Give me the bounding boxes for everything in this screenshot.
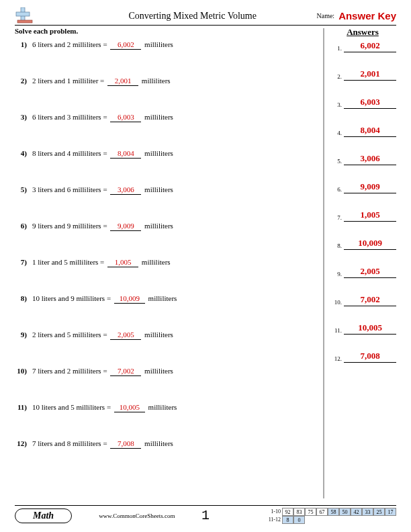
answer-value: 9,009 — [344, 181, 396, 193]
problem-row: 4)8 liters and 4 milliliters = 8,004 mil… — [15, 149, 321, 159]
problem-row: 11)10 liters and 5 milliliters = 10,005 … — [15, 403, 321, 412]
answer-index: 5. — [333, 158, 344, 165]
answer-index: 3. — [333, 101, 344, 109]
instruction-row: Solve each problem. Answers — [15, 27, 396, 38]
problem-row: 2)2 liters and 1 milliliter = 2,001 mill… — [15, 77, 321, 86]
score-cell: 42 — [351, 508, 362, 516]
problem-row: 9)2 liters and 5 milliliters = 2,005 mil… — [15, 330, 321, 340]
score-cell: 11-12 — [266, 516, 282, 524]
answer-row: 1.6,002 — [333, 40, 396, 52]
score-cell: 92 — [282, 508, 293, 516]
content-area: 1)6 liters and 2 milliliters = 6,002 mil… — [15, 40, 396, 476]
problem-text: 2 liters and 1 milliliter = 2,001 millil… — [32, 77, 171, 86]
answer-blank: 1,005 — [107, 258, 138, 267]
page-number: 1 — [201, 508, 210, 523]
problem-text: 10 liters and 5 milliliters = 10,005 mil… — [32, 403, 177, 412]
answer-row: 4.8,004 — [333, 125, 396, 137]
problem-row: 8)10 liters and 9 milliliters = 10,009 m… — [15, 294, 321, 304]
problem-text: 9 liters and 9 milliliters = 9,009 milli… — [32, 222, 173, 231]
score-cell: 25 — [373, 508, 385, 516]
score-cell: 1-10 — [266, 508, 282, 516]
problem-number: 7) — [15, 258, 32, 266]
problem-row: 12)7 liters and 8 milliliters = 7,008 mi… — [15, 439, 321, 449]
problem-number: 11) — [15, 403, 32, 411]
name-label: Name: — [316, 12, 334, 19]
answers-heading: Answers — [329, 27, 396, 38]
problem-text: 7 liters and 8 milliliters = 7,008 milli… — [32, 439, 173, 449]
problem-text: 7 liters and 2 milliliters = 7,002 milli… — [32, 367, 173, 376]
problems-column: 1)6 liters and 2 milliliters = 6,002 mil… — [15, 40, 329, 476]
answer-value: 6,002 — [344, 40, 396, 52]
answer-blank: 2,005 — [110, 330, 141, 340]
score-cell: 33 — [362, 508, 373, 516]
problem-number: 9) — [15, 330, 32, 339]
answer-value: 10,009 — [344, 238, 396, 250]
answer-row: 12.7,008 — [333, 351, 396, 363]
answer-index: 1. — [333, 45, 344, 52]
problem-number: 4) — [15, 149, 32, 157]
score-cell: 58 — [328, 508, 339, 516]
answer-blank: 7,008 — [110, 439, 141, 449]
problem-number: 12) — [15, 439, 32, 447]
problem-row: 6)9 liters and 9 milliliters = 9,009 mil… — [15, 222, 321, 231]
answer-row: 6.9,009 — [333, 181, 396, 193]
answer-blank: 10,005 — [114, 403, 145, 412]
instructions-text: Solve each problem. — [15, 27, 329, 38]
score-cell: 17 — [385, 508, 396, 516]
problem-number: 8) — [15, 294, 32, 302]
answer-blank: 6,002 — [110, 40, 141, 50]
answer-value: 8,004 — [344, 125, 396, 137]
answer-index: 9. — [333, 271, 344, 278]
answer-value: 7,002 — [344, 294, 396, 306]
score-cell: 0 — [293, 516, 305, 524]
logo-icon — [15, 7, 35, 25]
score-cell: 67 — [316, 508, 328, 516]
answer-index: 12. — [333, 355, 344, 363]
header: Converting Mixed Metric Volume Name: Ans… — [15, 8, 396, 26]
answer-value: 7,008 — [344, 351, 396, 363]
problem-row: 7)1 liter and 5 milliliters = 1,005 mill… — [15, 258, 321, 267]
svg-rect-1 — [16, 12, 30, 16]
worksheet-page: Converting Mixed Metric Volume Name: Ans… — [0, 0, 411, 532]
problem-text: 8 liters and 4 milliliters = 8,004 milli… — [32, 149, 173, 159]
answers-column: 1.6,0022.2,0013.6,0034.8,0045.3,0066.9,0… — [329, 40, 396, 476]
problem-text: 10 liters and 9 milliliters = 10,009 mil… — [32, 294, 177, 304]
answer-blank: 2,001 — [107, 77, 138, 86]
answer-index: 10. — [333, 299, 344, 306]
problem-row: 3)6 liters and 3 milliliters = 6,003 mil… — [15, 113, 321, 122]
answer-blank: 3,006 — [110, 185, 141, 195]
answer-row: 8.10,009 — [333, 238, 396, 250]
problem-number: 3) — [15, 113, 32, 121]
score-cell: 50 — [339, 508, 351, 516]
score-cell: 8 — [282, 516, 293, 524]
answer-row: 11.10,005 — [333, 322, 396, 335]
site-label: www.CommonCoreSheets.com — [99, 513, 175, 519]
subject-pill: Math — [15, 508, 72, 523]
svg-rect-2 — [17, 20, 32, 23]
answer-value: 10,005 — [344, 322, 396, 335]
answer-blank: 7,002 — [110, 367, 141, 376]
answer-blank: 9,009 — [110, 222, 141, 231]
problem-text: 6 liters and 3 milliliters = 6,003 milli… — [32, 113, 173, 122]
answer-blank: 6,003 — [110, 113, 141, 122]
answer-value: 3,006 — [344, 153, 396, 165]
answer-index: 2. — [333, 73, 344, 81]
answer-value: 6,003 — [344, 97, 396, 109]
answer-row: 7.1,005 — [333, 210, 396, 222]
answer-value: 2,005 — [344, 266, 396, 278]
column-separator — [323, 28, 324, 498]
answer-index: 8. — [333, 242, 344, 250]
answer-row: 10.7,002 — [333, 294, 396, 306]
answer-key-label: Answer Key — [338, 10, 396, 21]
problem-number: 2) — [15, 77, 32, 85]
problem-text: 1 liter and 5 milliliters = 1,005 millil… — [32, 258, 171, 267]
problem-row: 5)3 liters and 6 milliliters = 3,006 mil… — [15, 185, 321, 195]
problem-row: 1)6 liters and 2 milliliters = 6,002 mil… — [15, 40, 321, 50]
answer-index: 6. — [333, 186, 344, 193]
answer-index: 7. — [333, 214, 344, 222]
answer-index: 4. — [333, 130, 344, 137]
answer-blank: 10,009 — [114, 294, 145, 304]
answer-value: 1,005 — [344, 210, 396, 222]
problem-number: 1) — [15, 40, 32, 48]
problem-text: 6 liters and 2 milliliters = 6,002 milli… — [32, 40, 173, 50]
